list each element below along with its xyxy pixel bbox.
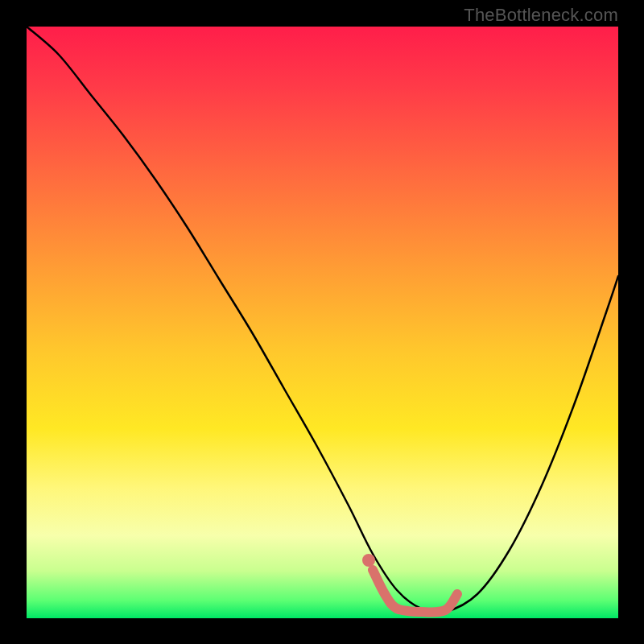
series-group <box>27 27 618 613</box>
pink-dot <box>362 554 375 567</box>
black-curve <box>27 27 618 613</box>
watermark-text: TheBottleneck.com <box>464 5 618 26</box>
chart-svg <box>27 27 618 618</box>
chart-frame: TheBottleneck.com <box>0 0 644 644</box>
